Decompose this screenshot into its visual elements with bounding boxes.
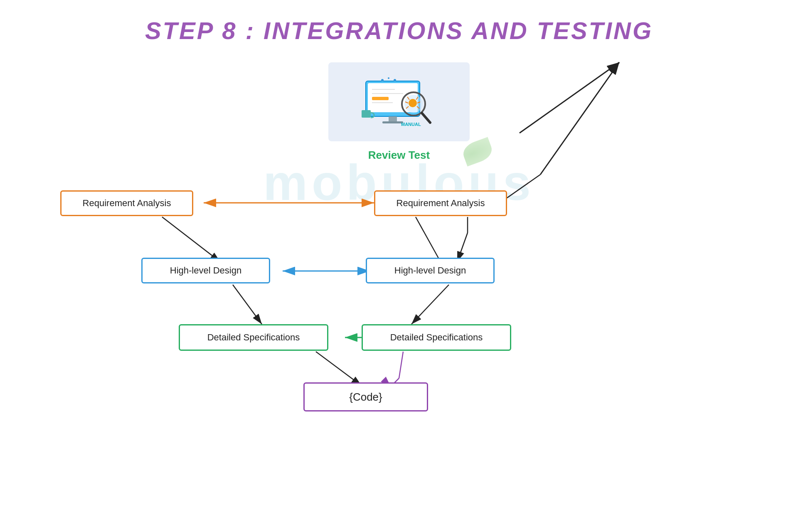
svg-rect-7 [382, 121, 403, 123]
diagram-container: mobulous [0, 50, 798, 532]
svg-line-48 [540, 62, 619, 175]
svg-point-20 [388, 77, 389, 79]
hld-right: High-level Design [366, 258, 495, 283]
svg-line-46 [520, 62, 619, 133]
svg-line-10 [422, 113, 430, 123]
code-box: {Code} [303, 382, 428, 411]
hld-left: High-level Design [141, 258, 270, 283]
manual-testing-box: MANUAL TESTING [328, 62, 470, 141]
req-analysis-left: Requirement Analysis [60, 190, 193, 216]
review-test-label: Review Test [368, 149, 430, 162]
svg-rect-6 [389, 116, 397, 121]
svg-point-21 [394, 79, 396, 81]
svg-rect-4 [372, 97, 389, 100]
svg-line-40 [233, 285, 262, 324]
detailed-spec-right: Detailed Specifications [362, 324, 511, 351]
svg-line-35 [416, 217, 441, 262]
page-title: STEP 8 : INTEGRATIONS AND TESTING [0, 0, 798, 44]
svg-line-41 [411, 285, 449, 324]
svg-rect-18 [362, 110, 371, 118]
svg-line-34 [162, 217, 220, 262]
req-analysis-right: Requirement Analysis [374, 190, 507, 216]
svg-line-44 [399, 352, 403, 378]
manual-testing-icon: MANUAL TESTING [357, 77, 441, 127]
svg-point-11 [409, 99, 417, 107]
leaf-decoration [460, 137, 495, 167]
svg-text:MANUAL: MANUAL [401, 122, 421, 127]
detailed-spec-left: Detailed Specifications [179, 324, 328, 351]
svg-line-43 [316, 352, 362, 386]
svg-point-19 [381, 79, 384, 81]
